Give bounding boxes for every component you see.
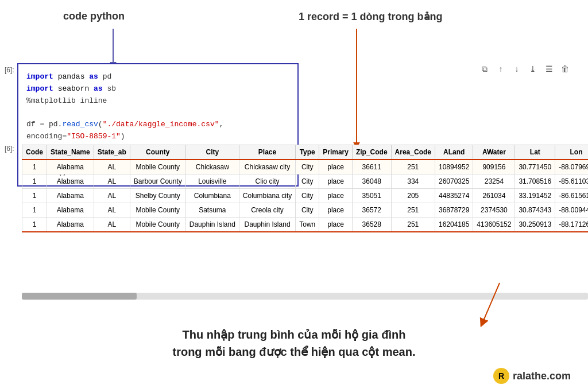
arrow-record bbox=[356, 29, 357, 143]
table-cell: 23254 bbox=[473, 174, 515, 189]
delete-icon[interactable]: 🗑 bbox=[559, 63, 571, 75]
annotation-record: 1 record = 1 dòng trong bảng bbox=[299, 10, 443, 23]
table-cell: 36048 bbox=[352, 174, 391, 189]
logo-text: ralathe.com bbox=[513, 370, 571, 382]
table-row: 1AlabamaALMobile CountyChickasawChickasa… bbox=[22, 160, 589, 174]
arrow-code-python bbox=[113, 29, 114, 63]
table-cell: 30.250913 bbox=[515, 218, 555, 232]
bottom-annotation: Thu nhập trung bình của mỗi hộ gia đình … bbox=[57, 326, 531, 360]
table-cell: 334 bbox=[391, 174, 435, 189]
table-cell: 251 bbox=[391, 160, 435, 174]
table-cell: place bbox=[319, 189, 353, 203]
table-cell: 35051 bbox=[352, 189, 391, 203]
table-cell: Alabama bbox=[47, 189, 94, 203]
table-cell: Dauphin Island bbox=[239, 218, 295, 232]
table-cell: 36528 bbox=[352, 218, 391, 232]
table-cell: 26070325 bbox=[435, 174, 473, 189]
table-cell: -85.611039 bbox=[555, 174, 588, 189]
main-container: code python 1 record = 1 dòng trong bảng… bbox=[0, 0, 588, 392]
table-cell: 44835274 bbox=[435, 189, 473, 203]
df-table-container: Code State_Name State_ab County City Pla… bbox=[22, 145, 588, 232]
df-cell-label: [6]: bbox=[5, 145, 14, 153]
table-cell: City bbox=[296, 174, 319, 189]
table-cell: -88.171268 bbox=[555, 218, 588, 232]
toolbar: ⧉ ↑ ↓ ⤓ ☰ 🗑 bbox=[479, 63, 571, 75]
svg-line-0 bbox=[482, 283, 500, 323]
col-header-area-code: Area_Code bbox=[391, 145, 435, 160]
table-cell: 251 bbox=[391, 203, 435, 218]
table-cell: City bbox=[296, 203, 319, 218]
table-cell: 205 bbox=[391, 189, 435, 203]
col-header-lat: Lat bbox=[515, 145, 555, 160]
table-cell: 1 bbox=[22, 189, 47, 203]
table-cell: 261034 bbox=[473, 189, 515, 203]
table-cell: 30.874343 bbox=[515, 203, 555, 218]
table-cell: 31.708516 bbox=[515, 174, 555, 189]
table-row: 1AlabamaALBarbour CountyLouisvilleClio c… bbox=[22, 174, 589, 189]
table-row: 1AlabamaALShelby CountyColumbianaColumbi… bbox=[22, 189, 589, 203]
table-cell: Alabama bbox=[47, 174, 94, 189]
table-cell: Satsuma bbox=[185, 203, 239, 218]
logo: R ralathe.com bbox=[493, 368, 571, 384]
arrow-mean-svg bbox=[471, 283, 528, 329]
table-cell: 251 bbox=[391, 218, 435, 232]
col-header-city: City bbox=[185, 145, 239, 160]
col-header-code: Code bbox=[22, 145, 47, 160]
dataframe-table: Code State_Name State_ab County City Pla… bbox=[22, 145, 588, 232]
table-cell: Alabama bbox=[47, 203, 94, 218]
table-cell: 2374530 bbox=[473, 203, 515, 218]
table-cell: 36878729 bbox=[435, 203, 473, 218]
table-cell: City bbox=[296, 160, 319, 174]
table-cell: 1 bbox=[22, 174, 47, 189]
table-header-row: Code State_Name State_ab County City Pla… bbox=[22, 145, 589, 160]
table-cell: -88.079697 bbox=[555, 160, 588, 174]
down-icon[interactable]: ↓ bbox=[511, 63, 523, 75]
table-cell: place bbox=[319, 218, 353, 232]
col-header-place: Place bbox=[239, 145, 295, 160]
save-icon[interactable]: ⤓ bbox=[527, 63, 539, 75]
scrollbar-thumb[interactable] bbox=[22, 293, 137, 300]
table-cell: Mobile County bbox=[130, 160, 185, 174]
table-cell: AL bbox=[94, 160, 130, 174]
table-cell: 10894952 bbox=[435, 160, 473, 174]
table-cell: 1 bbox=[22, 203, 47, 218]
logo-icon: R bbox=[493, 368, 509, 384]
table-cell: AL bbox=[94, 189, 130, 203]
col-header-aland: ALand bbox=[435, 145, 473, 160]
table-cell: Creola city bbox=[239, 203, 295, 218]
table-cell: Columbiana bbox=[185, 189, 239, 203]
bottom-annotation-line2: trong mỗi bang được thể hiện qua cột mea… bbox=[172, 346, 415, 358]
table-cell: Columbiana city bbox=[239, 189, 295, 203]
table-cell: 909156 bbox=[473, 160, 515, 174]
table-cell: City bbox=[296, 189, 319, 203]
col-header-primary: Primary bbox=[319, 145, 353, 160]
col-header-state-name: State_Name bbox=[47, 145, 94, 160]
up-icon[interactable]: ↑ bbox=[495, 63, 506, 75]
table-cell: AL bbox=[94, 218, 130, 232]
table-cell: Dauphin Island bbox=[185, 218, 239, 232]
table-cell: -88.009442 bbox=[555, 203, 588, 218]
table-cell: -86.615618 bbox=[555, 189, 588, 203]
copy-icon[interactable]: ⧉ bbox=[479, 63, 490, 75]
table-cell: place bbox=[319, 160, 353, 174]
col-header-type: Type bbox=[296, 145, 319, 160]
table-cell: place bbox=[319, 203, 353, 218]
code-cell-label: [6]: bbox=[5, 66, 14, 74]
table-row: 1AlabamaALMobile CountyDauphin IslandDau… bbox=[22, 218, 589, 232]
table-cell: AL bbox=[94, 174, 130, 189]
table-cell: Town bbox=[296, 218, 319, 232]
table-cell: Chickasaw city bbox=[239, 160, 295, 174]
table-cell: 1 bbox=[22, 160, 47, 174]
table-cell: 1 bbox=[22, 218, 47, 232]
table-cell: Clio city bbox=[239, 174, 295, 189]
settings-icon[interactable]: ☰ bbox=[543, 63, 555, 75]
bottom-annotation-line1: Thu nhập trung bình của mỗi hộ gia đình bbox=[183, 328, 406, 341]
table-cell: Barbour County bbox=[130, 174, 185, 189]
table-row: 1AlabamaALMobile CountySatsumaCreola cit… bbox=[22, 203, 589, 218]
table-cell: 36611 bbox=[352, 160, 391, 174]
table-cell: Mobile County bbox=[130, 218, 185, 232]
table-cell: place bbox=[319, 174, 353, 189]
col-header-state-ab: State_ab bbox=[94, 145, 130, 160]
col-header-zip-code: Zip_Code bbox=[352, 145, 391, 160]
table-cell: Shelby County bbox=[130, 189, 185, 203]
